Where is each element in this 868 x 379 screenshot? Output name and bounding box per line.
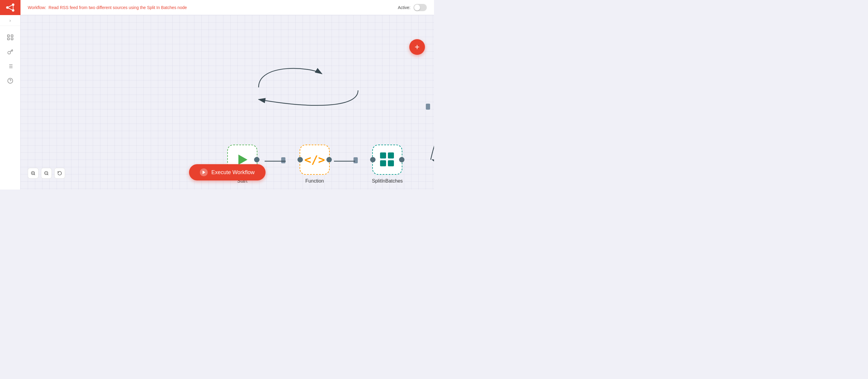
function-node-box[interactable]: </> xyxy=(300,145,330,175)
function-output-connector xyxy=(327,157,332,162)
toggle-knob xyxy=(414,4,420,10)
sidebar: › xyxy=(0,0,21,189)
sidebar-item-credentials[interactable] xyxy=(4,45,17,58)
line-start-func xyxy=(265,159,292,165)
svg-rect-23 xyxy=(388,153,394,158)
function-label: Function xyxy=(305,178,324,184)
zoom-controls xyxy=(28,168,65,179)
svg-line-3 xyxy=(7,4,13,7)
active-toggle[interactable] xyxy=(413,4,427,11)
svg-line-30 xyxy=(34,174,35,175)
svg-rect-8 xyxy=(7,38,9,40)
function-input-connector xyxy=(298,157,303,162)
function-node[interactable]: </> Function xyxy=(300,145,330,184)
sidebar-toggle[interactable]: › xyxy=(0,15,21,26)
workflow-canvas: Start </> Function xyxy=(21,15,434,189)
splitinbatches-node[interactable]: SplitInBatches xyxy=(372,145,403,184)
splitinbatches-label: SplitInBatches xyxy=(372,178,403,184)
connection-rss-to-split xyxy=(258,90,358,105)
split-input-connector xyxy=(370,157,375,162)
splitinbatches-node-box[interactable] xyxy=(372,145,402,175)
arrow-rss-to-split xyxy=(432,135,434,165)
svg-rect-25 xyxy=(388,160,394,166)
svg-rect-22 xyxy=(380,153,386,158)
sidebar-item-help[interactable] xyxy=(4,74,17,87)
execute-button-label: Execute Workflow xyxy=(211,169,255,176)
active-label: Active: xyxy=(398,5,410,10)
svg-line-34 xyxy=(47,174,48,175)
app-logo xyxy=(0,0,21,15)
svg-marker-28 xyxy=(203,170,205,174)
reset-zoom-button[interactable] xyxy=(54,168,65,179)
add-node-button[interactable]: + xyxy=(409,39,425,55)
connector-bar-rss-top xyxy=(426,104,430,110)
svg-marker-19 xyxy=(239,155,247,165)
sidebar-item-executions[interactable] xyxy=(4,60,17,73)
header: Workflow: Read RSS feed from two differe… xyxy=(21,0,434,15)
connection-split-to-rss-top xyxy=(258,68,322,87)
sidebar-item-workflows[interactable] xyxy=(4,31,17,44)
split-output-connector xyxy=(399,157,404,162)
svg-rect-6 xyxy=(7,35,9,37)
zoom-in-button[interactable] xyxy=(28,168,38,179)
workflow-label: Workflow: xyxy=(28,5,46,10)
add-icon: + xyxy=(415,42,420,52)
line-func-split xyxy=(334,159,361,165)
zoom-out-button[interactable] xyxy=(41,168,52,179)
svg-rect-24 xyxy=(380,160,386,166)
active-toggle-group: Active: xyxy=(398,4,427,11)
svg-point-0 xyxy=(6,6,8,9)
workflow-title: Workflow: Read RSS feed from two differe… xyxy=(28,5,187,10)
svg-rect-7 xyxy=(11,35,13,37)
start-output-connector xyxy=(254,157,259,162)
arrow-split-to-rss xyxy=(431,124,434,160)
sidebar-nav xyxy=(4,26,17,189)
svg-line-4 xyxy=(7,7,13,10)
svg-rect-9 xyxy=(11,38,13,40)
execute-workflow-button[interactable]: Execute Workflow xyxy=(189,164,266,181)
execute-play-icon xyxy=(200,168,208,176)
workflow-name: Read RSS feed from two different sources… xyxy=(49,5,187,10)
